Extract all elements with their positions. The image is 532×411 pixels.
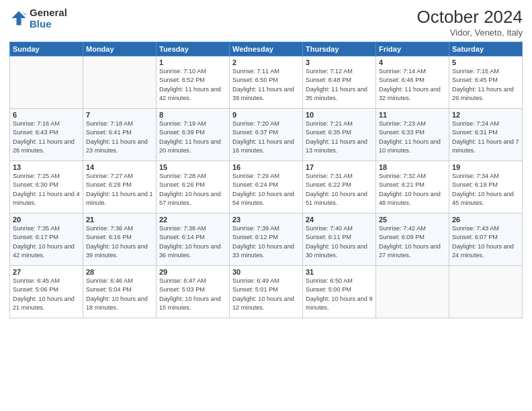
day-info: Sunrise: 7:39 AMSunset: 6:12 PMDaylight:… bbox=[232, 224, 300, 260]
calendar-cell: 14Sunrise: 7:27 AMSunset: 6:28 PMDayligh… bbox=[83, 161, 157, 214]
day-number: 15 bbox=[159, 163, 226, 171]
day-number: 18 bbox=[379, 163, 446, 171]
day-number: 22 bbox=[159, 216, 226, 224]
day-info: Sunrise: 6:49 AMSunset: 5:01 PMDaylight:… bbox=[232, 277, 300, 312]
title-block: October 2024 Vidor, Veneto, Italy bbox=[416, 7, 523, 38]
day-info: Sunrise: 7:21 AMSunset: 6:35 PMDaylight:… bbox=[306, 120, 373, 155]
calendar-cell: 25Sunrise: 7:42 AMSunset: 6:09 PMDayligh… bbox=[376, 214, 449, 266]
day-info: Sunrise: 7:14 AMSunset: 6:46 PMDaylight:… bbox=[379, 67, 446, 103]
calendar-cell: 16Sunrise: 7:29 AMSunset: 6:24 PMDayligh… bbox=[230, 161, 303, 214]
calendar-table: Sunday Monday Tuesday Wednesday Thursday… bbox=[9, 42, 523, 318]
calendar-cell: 7Sunrise: 7:18 AMSunset: 6:41 PMDaylight… bbox=[83, 109, 157, 161]
day-info: Sunrise: 7:25 AMSunset: 6:30 PMDaylight:… bbox=[13, 172, 80, 208]
calendar-cell: 23Sunrise: 7:39 AMSunset: 6:12 PMDayligh… bbox=[230, 214, 303, 266]
calendar-cell: 21Sunrise: 7:36 AMSunset: 6:16 PMDayligh… bbox=[83, 214, 157, 266]
day-info: Sunrise: 7:24 AMSunset: 6:31 PMDaylight:… bbox=[452, 120, 519, 155]
day-number: 29 bbox=[159, 268, 226, 276]
col-friday: Friday bbox=[376, 42, 449, 56]
day-number: 16 bbox=[232, 163, 300, 171]
day-info: Sunrise: 7:31 AMSunset: 6:22 PMDaylight:… bbox=[306, 172, 373, 208]
calendar-cell: 3Sunrise: 7:12 AMSunset: 6:48 PMDaylight… bbox=[303, 56, 376, 109]
day-number: 17 bbox=[306, 163, 373, 171]
day-info: Sunrise: 7:20 AMSunset: 6:37 PMDaylight:… bbox=[232, 120, 300, 155]
day-info: Sunrise: 6:47 AMSunset: 5:03 PMDaylight:… bbox=[159, 277, 226, 312]
day-info: Sunrise: 7:32 AMSunset: 6:21 PMDaylight:… bbox=[379, 172, 446, 208]
day-number: 4 bbox=[379, 58, 446, 66]
day-number: 3 bbox=[306, 58, 373, 66]
header-row: Sunday Monday Tuesday Wednesday Thursday… bbox=[10, 42, 523, 56]
calendar-cell: 24Sunrise: 7:40 AMSunset: 6:11 PMDayligh… bbox=[303, 214, 376, 266]
calendar-cell: 11Sunrise: 7:23 AMSunset: 6:33 PMDayligh… bbox=[376, 109, 449, 161]
location: Vidor, Veneto, Italy bbox=[416, 28, 523, 38]
day-info: Sunrise: 7:43 AMSunset: 6:07 PMDaylight:… bbox=[452, 224, 519, 260]
col-tuesday: Tuesday bbox=[157, 42, 230, 56]
calendar-cell: 19Sunrise: 7:34 AMSunset: 6:19 PMDayligh… bbox=[449, 161, 523, 214]
calendar-cell bbox=[83, 56, 157, 109]
col-sunday: Sunday bbox=[10, 42, 83, 56]
day-number: 5 bbox=[452, 58, 519, 66]
day-info: Sunrise: 7:23 AMSunset: 6:33 PMDaylight:… bbox=[379, 120, 446, 155]
day-info: Sunrise: 7:12 AMSunset: 6:48 PMDaylight:… bbox=[306, 67, 373, 103]
calendar-cell: 13Sunrise: 7:25 AMSunset: 6:30 PMDayligh… bbox=[10, 161, 83, 214]
day-number: 20 bbox=[13, 216, 80, 224]
day-info: Sunrise: 7:10 AMSunset: 6:52 PMDaylight:… bbox=[159, 67, 226, 103]
day-info: Sunrise: 7:40 AMSunset: 6:11 PMDaylight:… bbox=[306, 224, 373, 260]
month-title: October 2024 bbox=[416, 7, 523, 28]
col-saturday: Saturday bbox=[449, 42, 523, 56]
week-row-3: 13Sunrise: 7:25 AMSunset: 6:30 PMDayligh… bbox=[10, 161, 523, 214]
col-monday: Monday bbox=[83, 42, 157, 56]
col-thursday: Thursday bbox=[303, 42, 376, 56]
calendar-cell: 15Sunrise: 7:28 AMSunset: 6:26 PMDayligh… bbox=[157, 161, 230, 214]
page-header: General Blue October 2024 Vidor, Veneto,… bbox=[9, 7, 523, 38]
week-row-5: 27Sunrise: 6:45 AMSunset: 5:06 PMDayligh… bbox=[10, 266, 523, 318]
calendar-cell: 26Sunrise: 7:43 AMSunset: 6:07 PMDayligh… bbox=[449, 214, 523, 266]
logo-text: General Blue bbox=[30, 7, 67, 30]
day-number: 25 bbox=[379, 216, 446, 224]
calendar-cell: 18Sunrise: 7:32 AMSunset: 6:21 PMDayligh… bbox=[376, 161, 449, 214]
calendar-cell: 28Sunrise: 6:46 AMSunset: 5:04 PMDayligh… bbox=[83, 266, 157, 318]
day-info: Sunrise: 6:45 AMSunset: 5:06 PMDaylight:… bbox=[13, 277, 80, 312]
day-info: Sunrise: 7:38 AMSunset: 6:14 PMDaylight:… bbox=[159, 224, 226, 260]
day-number: 30 bbox=[232, 268, 300, 276]
day-info: Sunrise: 7:15 AMSunset: 6:45 PMDaylight:… bbox=[452, 67, 519, 103]
day-number: 13 bbox=[13, 163, 80, 171]
day-info: Sunrise: 7:34 AMSunset: 6:19 PMDaylight:… bbox=[452, 172, 519, 208]
day-number: 2 bbox=[232, 58, 300, 66]
day-info: Sunrise: 7:42 AMSunset: 6:09 PMDaylight:… bbox=[379, 224, 446, 260]
svg-marker-1 bbox=[22, 12, 27, 15]
calendar-cell: 20Sunrise: 7:35 AMSunset: 6:17 PMDayligh… bbox=[10, 214, 83, 266]
day-number: 24 bbox=[306, 216, 373, 224]
calendar-cell: 31Sunrise: 6:50 AMSunset: 5:00 PMDayligh… bbox=[303, 266, 376, 318]
logo-blue: Blue bbox=[30, 18, 67, 30]
week-row-2: 6Sunrise: 7:16 AMSunset: 6:43 PMDaylight… bbox=[10, 109, 523, 161]
calendar-cell: 12Sunrise: 7:24 AMSunset: 6:31 PMDayligh… bbox=[449, 109, 523, 161]
calendar-cell: 17Sunrise: 7:31 AMSunset: 6:22 PMDayligh… bbox=[303, 161, 376, 214]
calendar-cell: 2Sunrise: 7:11 AMSunset: 6:50 PMDaylight… bbox=[230, 56, 303, 109]
day-info: Sunrise: 7:11 AMSunset: 6:50 PMDaylight:… bbox=[232, 67, 300, 103]
day-number: 1 bbox=[159, 58, 226, 66]
day-info: Sunrise: 7:27 AMSunset: 6:28 PMDaylight:… bbox=[86, 172, 153, 208]
day-info: Sunrise: 7:35 AMSunset: 6:17 PMDaylight:… bbox=[13, 224, 80, 260]
calendar-cell: 4Sunrise: 7:14 AMSunset: 6:46 PMDaylight… bbox=[376, 56, 449, 109]
calendar-cell: 5Sunrise: 7:15 AMSunset: 6:45 PMDaylight… bbox=[449, 56, 523, 109]
col-wednesday: Wednesday bbox=[230, 42, 303, 56]
day-number: 8 bbox=[159, 111, 226, 119]
day-info: Sunrise: 7:36 AMSunset: 6:16 PMDaylight:… bbox=[86, 224, 153, 260]
day-info: Sunrise: 7:19 AMSunset: 6:39 PMDaylight:… bbox=[159, 120, 226, 155]
calendar-cell: 1Sunrise: 7:10 AMSunset: 6:52 PMDaylight… bbox=[157, 56, 230, 109]
logo-general: General bbox=[30, 7, 67, 18]
week-row-1: 1Sunrise: 7:10 AMSunset: 6:52 PMDaylight… bbox=[10, 56, 523, 109]
day-info: Sunrise: 7:16 AMSunset: 6:43 PMDaylight:… bbox=[13, 120, 80, 155]
day-info: Sunrise: 6:46 AMSunset: 5:04 PMDaylight:… bbox=[86, 277, 153, 312]
day-number: 11 bbox=[379, 111, 446, 119]
calendar-cell: 8Sunrise: 7:19 AMSunset: 6:39 PMDaylight… bbox=[157, 109, 230, 161]
calendar-cell: 22Sunrise: 7:38 AMSunset: 6:14 PMDayligh… bbox=[157, 214, 230, 266]
day-number: 28 bbox=[86, 268, 153, 276]
day-number: 12 bbox=[452, 111, 519, 119]
day-info: Sunrise: 7:29 AMSunset: 6:24 PMDaylight:… bbox=[232, 172, 300, 208]
calendar-cell bbox=[10, 56, 83, 109]
day-number: 10 bbox=[306, 111, 373, 119]
calendar-cell: 29Sunrise: 6:47 AMSunset: 5:03 PMDayligh… bbox=[157, 266, 230, 318]
day-number: 21 bbox=[86, 216, 153, 224]
calendar-cell: 30Sunrise: 6:49 AMSunset: 5:01 PMDayligh… bbox=[230, 266, 303, 318]
